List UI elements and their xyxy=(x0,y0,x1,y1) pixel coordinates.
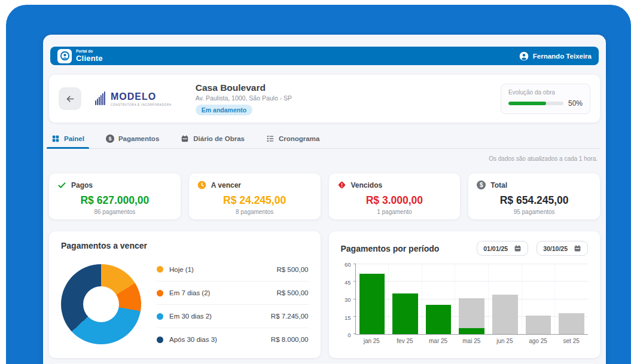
card-total: Total R$ 654.245,00 95 pagamentos xyxy=(468,173,600,219)
legend-value: R$ 8.000,00 xyxy=(271,336,309,343)
legend-label: Após 30 dias 3) xyxy=(169,336,271,343)
clock-icon xyxy=(197,181,206,189)
tab-painel[interactable]: Painel xyxy=(51,129,84,148)
bar-group xyxy=(489,264,522,334)
project-header-card: MODELO CONSTRUTORA E INCORPORADORA Casa … xyxy=(49,75,600,123)
arrow-left-icon xyxy=(65,94,75,104)
legend-label: Hoje (1) xyxy=(169,266,276,273)
bar-chart-card: Pagamentos por período 01/01/25 30/10/25… xyxy=(329,231,601,358)
date-from-field[interactable]: 01/01/25 xyxy=(477,241,528,256)
progress-bar-fill xyxy=(508,102,546,105)
card-vencidos-value: R$ 3.000,00 xyxy=(337,194,452,207)
x-tick-label: set 25 xyxy=(554,338,588,344)
y-axis-labels: 015304560 xyxy=(341,264,355,335)
progress-bar xyxy=(508,102,563,105)
bar-plot xyxy=(355,264,589,335)
date-to-value: 30/10/25 xyxy=(543,245,568,252)
refresh-note: Os dados são atualizados a cada 1 hora. xyxy=(489,155,598,162)
tab-pagamentos-label: Pagamentos xyxy=(118,135,159,142)
portal-logo-bottom: Cliente xyxy=(76,54,103,62)
legend-color-dot xyxy=(157,313,163,320)
portal-logo-text: Portal do Cliente xyxy=(76,50,103,62)
card-total-count: 95 pagamentos xyxy=(477,209,592,215)
bar-segment-pendente xyxy=(459,298,484,329)
user-name: Fernando Teixeira xyxy=(533,53,592,60)
bar-segment-pendente xyxy=(559,313,584,334)
legend-color-dot xyxy=(157,266,163,273)
app-window: Portal do Cliente Fernando Teixeira xyxy=(43,35,606,364)
y-tick-label: 45 xyxy=(345,279,351,285)
bar-group xyxy=(455,264,489,334)
bar-segment-pago xyxy=(426,305,452,334)
calendar-icon xyxy=(574,244,581,252)
project-title: Casa Boulevard xyxy=(196,82,292,93)
card-pagos-value: R$ 627.000,00 xyxy=(57,194,172,207)
calendar-icon xyxy=(514,244,522,252)
user-menu[interactable]: Fernando Teixeira xyxy=(519,51,592,61)
x-tick-label: jan 25 xyxy=(355,338,389,344)
donut-legend: Hoje (1)R$ 500,00Em 7 dias (2)R$ 500,00E… xyxy=(157,258,309,351)
bar-group xyxy=(389,264,422,334)
y-tick-label: 0 xyxy=(348,332,350,338)
y-tick-label: 15 xyxy=(345,314,351,320)
company-tagline: CONSTRUTORA E INCORPORADORA xyxy=(111,103,172,106)
grid-icon xyxy=(51,134,60,143)
portal-logo[interactable]: Portal do Cliente xyxy=(57,49,103,63)
summary-cards-row: Pagos R$ 627.000,00 86 pagamentos A venc… xyxy=(49,173,600,219)
project-address: Av. Paulista, 1000, São Paulo - SP xyxy=(196,94,292,102)
donut-card-title: Pagamentos a vencer xyxy=(61,241,309,250)
calendar-icon xyxy=(181,134,189,143)
bar-chart-title: Pagamentos por período xyxy=(341,244,469,253)
tab-diario-de-obras[interactable]: Diário de Obras xyxy=(181,129,245,148)
card-total-label: Total xyxy=(490,181,507,189)
bar-chart: 015304560 jan 25fev 25mar 25mai 25jun 25… xyxy=(341,264,589,344)
alert-diamond-icon xyxy=(337,181,346,189)
bar-segment-pendente xyxy=(526,316,551,334)
legend-value: R$ 500,00 xyxy=(276,289,308,296)
legend-value: R$ 7.245,00 xyxy=(271,313,309,320)
bar-group xyxy=(522,264,556,334)
card-pagos-label: Pagos xyxy=(71,181,93,189)
legend-color-dot xyxy=(157,290,163,296)
bars-container xyxy=(356,264,589,334)
tab-bar: Painel Pagamentos Diário de Obras Cronog… xyxy=(49,129,600,149)
portal-logo-icon xyxy=(57,49,72,63)
tab-diario-label: Diário de Obras xyxy=(193,135,245,142)
card-a-vencer-value: R$ 24.245,00 xyxy=(197,194,312,207)
tab-cronograma-label: Cronograma xyxy=(279,135,319,142)
legend-item: Em 7 dias (2)R$ 500,00 xyxy=(157,281,309,304)
bar-segment-pendente xyxy=(492,295,518,334)
tab-painel-label: Painel xyxy=(64,135,84,142)
date-to-field[interactable]: 30/10/25 xyxy=(537,241,588,256)
progress-label: Evolução da obra xyxy=(508,89,583,96)
bar-group xyxy=(422,264,456,334)
user-avatar-icon xyxy=(519,51,529,61)
date-from-value: 01/01/25 xyxy=(483,245,508,252)
tab-cronograma[interactable]: Cronograma xyxy=(266,129,319,148)
bar-group xyxy=(356,264,389,334)
bar-group xyxy=(555,264,588,334)
legend-label: Em 7 dias (2) xyxy=(169,289,276,296)
dollar-circle-gray-icon xyxy=(477,181,486,189)
legend-item: Após 30 dias 3)R$ 8.000,00 xyxy=(157,328,309,351)
company-name: MODELO xyxy=(111,91,156,102)
y-tick-label: 30 xyxy=(345,296,351,303)
x-tick-label: fev 25 xyxy=(388,338,422,344)
x-tick-label: mar 25 xyxy=(422,338,455,344)
card-vencidos: Vencidos R$ 3.000,00 1 pagamento xyxy=(329,173,461,219)
progress-card: Evolução da obra 50% xyxy=(501,84,590,114)
card-vencidos-label: Vencidos xyxy=(351,181,383,189)
card-a-vencer: A vencer R$ 24.245,00 8 pagamentos xyxy=(189,173,321,219)
card-total-value: R$ 654.245,00 xyxy=(477,194,592,207)
tab-pagamentos[interactable]: Pagamentos xyxy=(106,129,159,148)
dollar-circle-icon xyxy=(106,134,114,143)
charts-row: Pagamentos a vencer Hoje (1)R$ 500,00Em … xyxy=(49,231,600,358)
project-status-badge: Em andamento xyxy=(196,105,252,115)
timeline-list-icon xyxy=(266,134,275,143)
bar-segment-pago xyxy=(392,293,418,334)
x-tick-label: ago 25 xyxy=(522,338,555,344)
back-button[interactable] xyxy=(59,87,81,110)
bar-segment-pago xyxy=(359,274,385,334)
legend-item: Em 30 dias 2)R$ 7.245,00 xyxy=(157,304,309,328)
legend-item: Hoje (1)R$ 500,00 xyxy=(157,258,309,281)
